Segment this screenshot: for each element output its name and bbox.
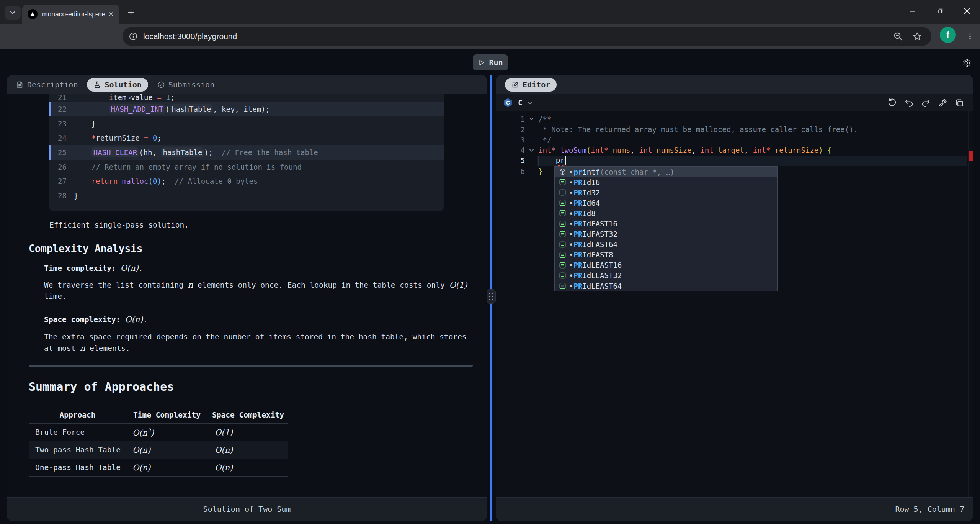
tab-solution[interactable]: Solution bbox=[87, 78, 148, 92]
editor-statusbar: Row 5, Column 7 bbox=[496, 497, 973, 521]
space-complexity-line: Space complexity: O(n). bbox=[44, 315, 147, 324]
cursor-position-label: Row 5, Column 7 bbox=[895, 504, 964, 514]
text-lines-icon bbox=[558, 241, 567, 248]
fold-chevron-icon[interactable] bbox=[525, 116, 538, 122]
text-lines-icon bbox=[558, 210, 567, 217]
table-row: Brute ForceO(n2)O(1) bbox=[29, 424, 288, 441]
window-close-button[interactable] bbox=[956, 0, 978, 22]
suggest-item[interactable]: •PRIdFAST32 bbox=[555, 229, 777, 239]
editor-line-2: 2 * Note: The returned array must be mal… bbox=[496, 124, 973, 134]
code-line-21: 21 item→value = 1; bbox=[49, 94, 444, 102]
address-bar[interactable]: localhost:3000/playground bbox=[122, 27, 931, 46]
text-lines-icon bbox=[558, 262, 567, 269]
tab-close-icon[interactable] bbox=[108, 11, 114, 17]
text-lines-icon bbox=[558, 189, 567, 196]
reset-code-icon[interactable] bbox=[887, 98, 897, 108]
new-tab-button[interactable] bbox=[125, 7, 137, 19]
tab-title: monaco-editor-lsp-next bbox=[42, 10, 105, 18]
solution-code-block: 21 item→value = 1;22 HASH_ADD_INT(hashTa… bbox=[49, 94, 444, 211]
language-label[interactable]: C bbox=[518, 98, 523, 107]
bookmark-star-icon[interactable] bbox=[912, 31, 922, 41]
solution-panel: DescriptionSolutionSubmission 21 item→va… bbox=[7, 75, 487, 521]
site-info-icon[interactable] bbox=[129, 32, 138, 41]
suggest-item[interactable]: •PRIdLEAST16 bbox=[555, 260, 777, 270]
editor-line-1: 1/** bbox=[496, 114, 973, 124]
redo-icon[interactable] bbox=[921, 98, 931, 108]
suggest-item[interactable]: •PRIdLEAST64 bbox=[555, 281, 777, 291]
space-complexity-paragraph: The extra space required depends on the … bbox=[44, 332, 476, 354]
suggest-item[interactable]: •PRId32 bbox=[555, 187, 777, 198]
url-text[interactable]: localhost:3000/playground bbox=[143, 32, 893, 41]
run-label: Run bbox=[489, 58, 503, 67]
settings-gear-icon[interactable] bbox=[959, 56, 973, 70]
playground-page: Run DescriptionSolutionSubmission 21 ite… bbox=[0, 49, 980, 524]
undo-icon[interactable] bbox=[904, 98, 914, 108]
check-circle-icon bbox=[157, 81, 165, 88]
run-button[interactable]: Run bbox=[473, 54, 508, 70]
error-marker bbox=[969, 151, 973, 161]
window-restore-button[interactable] bbox=[929, 0, 951, 22]
browser-menu-icon[interactable] bbox=[963, 29, 977, 43]
text-lines-icon bbox=[558, 272, 567, 279]
flask-icon bbox=[93, 81, 101, 88]
time-complexity-paragraph: We traverse the list containing n elemen… bbox=[44, 280, 476, 302]
browser-tab[interactable]: monaco-editor-lsp-next bbox=[22, 5, 119, 24]
suggest-item[interactable]: •printf(const char *, …) bbox=[555, 167, 777, 177]
editor-line-3: 3 */ bbox=[496, 134, 973, 145]
nextjs-favicon bbox=[28, 9, 38, 19]
monaco-editor[interactable]: 1/**2 * Note: The returned array must be… bbox=[496, 111, 973, 498]
text-lines-icon bbox=[558, 251, 567, 259]
code-line-23: 23 } bbox=[49, 116, 444, 131]
autocomplete-dropdown[interactable]: •printf(const char *, …)•PRId16•PRId32•P… bbox=[554, 166, 778, 291]
solution-footer: Solution of Two Sum bbox=[7, 497, 487, 521]
table-header-row: ApproachTime ComplexitySpace Complexity bbox=[29, 406, 288, 424]
tab-description[interactable]: Description bbox=[16, 80, 78, 89]
table-header: Space Complexity bbox=[208, 406, 288, 424]
drag-dots-icon bbox=[489, 293, 494, 301]
table-header: Approach bbox=[29, 406, 126, 424]
suggest-item[interactable]: •PRIdLEAST32 bbox=[555, 270, 777, 281]
code-line-28: 28} bbox=[49, 188, 444, 203]
suggest-item[interactable]: •PRIdFAST64 bbox=[555, 239, 777, 250]
zoom-out-icon[interactable] bbox=[893, 31, 903, 41]
solution-content: 21 item→value = 1;22 HASH_ADD_INT(hashTa… bbox=[7, 94, 487, 498]
panel-divider-handle[interactable] bbox=[487, 289, 496, 304]
copy-icon[interactable] bbox=[955, 98, 964, 108]
editor-toolbar: C C bbox=[496, 94, 973, 111]
profile-avatar[interactable]: f bbox=[940, 27, 956, 43]
language-chevron-icon[interactable] bbox=[527, 100, 533, 106]
document-icon bbox=[16, 81, 24, 88]
summary-heading: Summary of Approaches bbox=[29, 380, 473, 400]
chevron-down-icon bbox=[9, 9, 16, 16]
avatar-letter: f bbox=[946, 30, 949, 40]
text-lines-icon bbox=[558, 282, 567, 290]
solution-note: Efficient single-pass solution. bbox=[49, 221, 189, 229]
suggest-item[interactable]: •PRIdFAST8 bbox=[555, 250, 777, 260]
browser-tabbar: monaco-editor-lsp-next bbox=[0, 0, 980, 24]
format-brush-icon[interactable] bbox=[938, 98, 947, 108]
table-row: One-pass Hash TableO(n)O(n) bbox=[29, 459, 288, 477]
solution-footer-label: Solution of Two Sum bbox=[203, 504, 291, 514]
tab-editor[interactable]: Editor bbox=[505, 78, 557, 92]
approaches-table: ApproachTime ComplexitySpace Complexity … bbox=[29, 406, 288, 477]
text-cursor bbox=[565, 156, 566, 165]
complexity-heading: Complexity Analysis bbox=[29, 243, 142, 254]
left-panel-tabs: DescriptionSolutionSubmission bbox=[7, 75, 487, 94]
editor-panel-header: Editor bbox=[496, 75, 973, 94]
tab-submission[interactable]: Submission bbox=[157, 80, 214, 89]
table-row: Two-pass Hash TableO(n)O(n) bbox=[29, 441, 288, 459]
suggest-item[interactable]: •PRId64 bbox=[555, 198, 777, 208]
fold-chevron-icon[interactable] bbox=[525, 147, 538, 154]
code-line-26: 26 // Return an empty array if no soluti… bbox=[49, 160, 444, 174]
suggest-item[interactable]: •PRId8 bbox=[555, 208, 777, 218]
text-lines-icon bbox=[558, 178, 567, 186]
suggest-item[interactable]: •PRIdFAST16 bbox=[555, 218, 777, 229]
editor-line-4: 4int* twoSum(int* nums, int numsSize, in… bbox=[496, 145, 973, 156]
tab-search-button[interactable] bbox=[5, 6, 21, 20]
section-divider bbox=[29, 365, 473, 367]
window-minimize-button[interactable] bbox=[902, 0, 923, 22]
suggest-item[interactable]: •PRId16 bbox=[555, 177, 777, 187]
text-lines-icon bbox=[558, 231, 567, 238]
editor-tab-label: Editor bbox=[523, 80, 550, 89]
edit-pencil-icon bbox=[511, 81, 519, 88]
